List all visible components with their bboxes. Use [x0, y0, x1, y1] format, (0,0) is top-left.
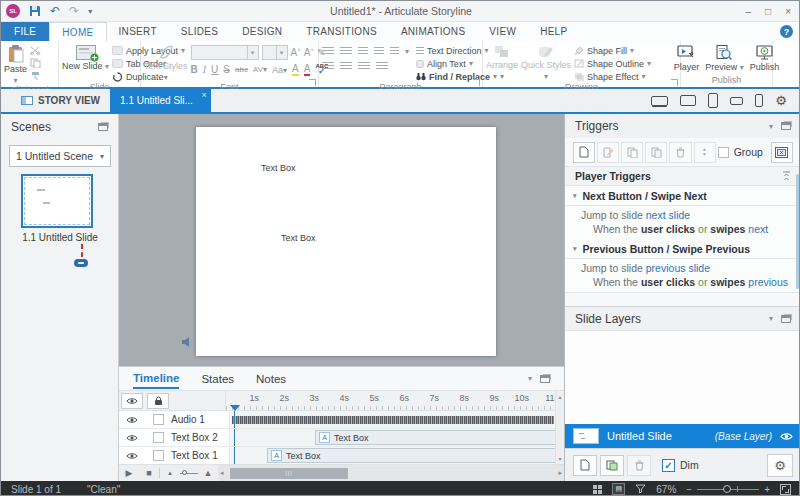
delete-layer-button[interactable] — [627, 455, 651, 476]
line-spacing-icon[interactable] — [390, 47, 399, 56]
trigger-action[interactable]: Jump to slide previous slide — [565, 259, 800, 276]
bullets-icon[interactable] — [322, 47, 334, 56]
preview-phone-portrait-icon[interactable] — [755, 94, 763, 107]
tab-design[interactable]: DESIGN — [230, 22, 294, 41]
align-center-icon[interactable] — [340, 62, 352, 71]
variables-button[interactable] — [771, 142, 793, 163]
play-button[interactable]: ▶ — [119, 468, 139, 478]
timeline-zoom-out-icon[interactable]: ▴ — [160, 469, 180, 477]
trigger-when[interactable]: When the user clicks or swipes previous — [565, 276, 800, 292]
underline-button[interactable]: U — [211, 64, 218, 75]
slide-thumbnail[interactable] — [21, 174, 93, 228]
scroll-thumb[interactable]: ||| — [230, 468, 348, 479]
trigger-action[interactable]: Jump to slide next slide — [565, 206, 800, 223]
fit-to-window-icon[interactable] — [780, 484, 791, 495]
preview-tablet-portrait-icon[interactable] — [708, 93, 718, 108]
audio-speaker-icon[interactable] — [181, 336, 195, 348]
tab-slides[interactable]: SLIDES — [169, 22, 230, 41]
tab-file[interactable]: FILE — [1, 22, 49, 41]
shrink-font-button[interactable]: A˅ — [304, 47, 314, 58]
zoom-out-icon[interactable]: − — [686, 484, 692, 495]
slide-view-toggle-icon[interactable]: ▤ — [612, 483, 625, 495]
timeline-zoom-in-icon[interactable]: ▲ — [198, 468, 218, 478]
timeline-menu-caret-icon[interactable]: ▾ — [528, 374, 532, 383]
trigger-link[interactable]: previous slide — [646, 262, 710, 274]
grow-font-button[interactable]: A˄ — [291, 47, 301, 58]
format-painter-icon[interactable] — [30, 71, 41, 81]
collapse-caret-icon[interactable]: ▾ — [573, 245, 577, 253]
timeline-hscrollbar[interactable]: ◂ ||| ▸ — [218, 465, 564, 481]
zoom-slider[interactable]: − + — [686, 484, 770, 495]
tab-home[interactable]: HOME — [49, 22, 106, 41]
timeline-vscrollbar[interactable]: ▴ ▾ — [555, 391, 564, 464]
group-checkbox[interactable] — [718, 147, 729, 158]
lock-checkbox[interactable] — [153, 414, 164, 425]
triggers-dock-icon[interactable] — [781, 122, 791, 130]
preview-laptop-icon[interactable] — [651, 96, 668, 106]
base-layer-row[interactable]: Untitled Slide (Base Layer) — [565, 424, 800, 448]
scroll-left-icon[interactable]: ◂ — [220, 469, 224, 477]
bold-button[interactable]: B — [191, 64, 198, 75]
triggers-menu-caret-icon[interactable]: ▾ — [769, 122, 773, 131]
layer-eye-icon[interactable] — [780, 432, 793, 441]
close-button[interactable]: × — [785, 6, 791, 17]
preview-funnel-icon[interactable] — [635, 484, 646, 494]
decrease-indent-icon[interactable] — [358, 47, 368, 56]
slide-layers-list[interactable] — [565, 330, 800, 424]
eye-icon[interactable] — [126, 434, 138, 442]
change-case-button[interactable]: Aa▾ — [272, 65, 287, 75]
font-color-button[interactable]: A — [304, 63, 311, 76]
timeline-row-audio1[interactable]: Audio 1 — [119, 411, 564, 429]
layer-properties-gear-icon[interactable]: ⚙ — [767, 454, 793, 477]
layers-dock-icon[interactable] — [781, 315, 791, 323]
qat-customize-caret[interactable]: ▾ — [88, 7, 92, 16]
zoom-in-icon[interactable]: + — [764, 484, 770, 495]
lock-checkbox[interactable] — [153, 450, 164, 461]
tab-view[interactable]: VIEW — [477, 22, 528, 41]
trigger-when[interactable]: When the user clicks or swipes next — [565, 223, 800, 239]
maximize-button[interactable]: □ — [765, 6, 771, 17]
new-layer-button[interactable] — [573, 455, 597, 476]
tab-insert[interactable]: INSERT — [107, 22, 169, 41]
timeline-ruler[interactable]: 1s 2s 3s 4s 5s 6s 7s 8s 9s 10s 11s — [225, 391, 564, 410]
minimize-button[interactable]: – — [746, 6, 752, 17]
trigger-link[interactable]: next slide — [646, 209, 690, 221]
trigger-group-header[interactable]: ▾ Next Button / Swipe Next — [565, 186, 800, 206]
triggers-scrollbar[interactable] — [796, 174, 799, 289]
timeline-row-textbox1[interactable]: Text Box 1 AText Box — [119, 447, 564, 465]
char-spacing-button[interactable]: AV▾ — [253, 65, 267, 74]
story-view-tab[interactable]: STORY VIEW — [11, 89, 110, 112]
edit-trigger-button[interactable] — [597, 142, 619, 163]
numbering-icon[interactable] — [340, 47, 352, 56]
quick-styles-button[interactable]: Quick Styles▾ — [521, 44, 571, 81]
cut-icon[interactable] — [30, 46, 41, 55]
paste-button[interactable]: Paste▾ — [4, 44, 27, 85]
slide-tab[interactable]: 1.1 Untitled Sli... × — [110, 89, 211, 112]
audio-waveform[interactable] — [232, 416, 554, 424]
preview-tablet-landscape-icon[interactable] — [680, 95, 696, 106]
layers-menu-caret-icon[interactable]: ▾ — [769, 314, 773, 323]
copy-icon[interactable] — [30, 58, 41, 68]
slide-stage[interactable]: Text Box Text Box — [196, 127, 496, 356]
font-size-select[interactable]: ▾ — [262, 45, 288, 60]
subscript-button[interactable]: abc — [235, 65, 248, 74]
tab-transitions[interactable]: TRANSITIONS — [294, 22, 389, 41]
dim-checkbox[interactable]: ✓ — [662, 459, 675, 472]
textbox-2[interactable]: Text Box — [281, 233, 316, 243]
trigger-group-header[interactable]: ▾ Previous Button / Swipe Previous — [565, 239, 800, 259]
trigger-link[interactable]: previous — [748, 276, 788, 288]
text-styles-button[interactable]: Text Styles▾ — [144, 44, 188, 82]
tab-help[interactable]: HELP — [528, 22, 579, 41]
justify-icon[interactable] — [376, 62, 388, 71]
shape-effect-button[interactable]: Shape Effect▾ — [574, 71, 651, 82]
font-dialog-launcher[interactable] — [309, 79, 316, 86]
paste-trigger-button[interactable] — [645, 142, 667, 163]
scenes-dock-icon[interactable] — [98, 123, 108, 131]
scroll-right-icon[interactable]: ▸ — [558, 469, 562, 477]
lock-checkbox[interactable] — [153, 432, 164, 443]
collapse-all-icon[interactable] — [782, 171, 791, 181]
help-icon[interactable]: ? — [780, 25, 793, 38]
redo-button[interactable]: ↷ — [69, 5, 79, 17]
preview-phone-landscape-icon[interactable] — [730, 97, 743, 105]
paragraph-dialog-launcher[interactable] — [473, 79, 480, 86]
